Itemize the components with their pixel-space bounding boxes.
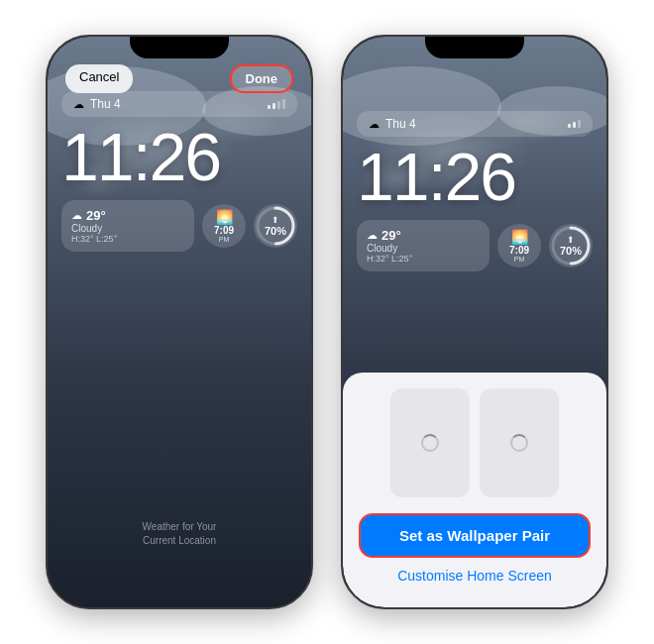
right-humidity-value: 70% bbox=[560, 245, 582, 257]
right-notch bbox=[425, 37, 524, 58]
signal-bars bbox=[268, 99, 285, 109]
weather-icon-small: ☁ bbox=[73, 98, 84, 111]
right-humidity-widget: ⬆ 70% bbox=[549, 224, 593, 268]
date-label: Thu 4 bbox=[90, 97, 121, 111]
sunset-time: 7:09 bbox=[214, 225, 234, 236]
set-wallpaper-button[interactable]: Set as Wallpaper Pair bbox=[359, 513, 591, 558]
right-temperature: 29° bbox=[382, 228, 401, 243]
right-date-pill: ☁ Thu 4 bbox=[357, 111, 593, 137]
wallpaper-previews bbox=[359, 388, 591, 497]
time-display: 11:26 bbox=[61, 123, 297, 190]
sunset-label: PM bbox=[219, 236, 230, 243]
top-bar: Cancel Done bbox=[48, 64, 311, 93]
right-signal-bars bbox=[568, 120, 581, 128]
left-phone: Cancel Done ☁ Thu 4 bbox=[46, 35, 313, 609]
right-phone-content: ☁ Thu 4 11:26 bbox=[343, 37, 606, 607]
humidity-widget: ⬆ 70% bbox=[254, 204, 297, 248]
right-status-icons bbox=[568, 120, 581, 128]
right-sunset-label: PM bbox=[514, 256, 525, 263]
cancel-button[interactable]: Cancel bbox=[65, 64, 133, 93]
lock-screen: ☁ Thu 4 11:26 bbox=[61, 91, 297, 252]
notch bbox=[130, 37, 229, 58]
right-weather-widget: ☁ 29° Cloudy H:32° L:25° bbox=[357, 220, 490, 271]
humidity-value: 70% bbox=[265, 225, 286, 237]
phones-container: Cancel Done ☁ Thu 4 bbox=[46, 35, 608, 609]
wallpaper-preview-1 bbox=[390, 388, 470, 497]
loading-spinner-1 bbox=[421, 434, 439, 452]
weather-high-low: H:32° L:25° bbox=[71, 234, 184, 244]
loading-spinner-2 bbox=[510, 434, 528, 452]
customise-home-link[interactable]: Customise Home Screen bbox=[359, 568, 591, 584]
done-button[interactable]: Done bbox=[230, 64, 294, 93]
right-weather-condition: Cloudy bbox=[367, 243, 480, 254]
wallpaper-preview-2 bbox=[480, 388, 559, 497]
right-widgets-row: ☁ 29° Cloudy H:32° L:25° 🌅 7:09 PM bbox=[357, 220, 593, 271]
widgets-row: ☁ 29° Cloudy H:32° L:25° 🌅 7:09 PM bbox=[61, 200, 297, 252]
right-weather-icon-small: ☁ bbox=[369, 118, 380, 131]
right-sunset-time: 7:09 bbox=[509, 245, 529, 256]
right-lock-screen: ☁ Thu 4 11:26 bbox=[357, 91, 593, 271]
date-pill: ☁ Thu 4 bbox=[61, 91, 297, 117]
weather-icon: ☁ bbox=[71, 209, 82, 222]
location-text: Weather for Your Current Location bbox=[48, 520, 311, 548]
weather-condition: Cloudy bbox=[71, 223, 184, 234]
left-phone-content: Cancel Done ☁ Thu 4 bbox=[48, 37, 311, 607]
status-icons bbox=[268, 99, 285, 109]
right-date-label: Thu 4 bbox=[385, 117, 416, 131]
weather-main: ☁ 29° bbox=[71, 208, 184, 223]
right-time-display: 11:26 bbox=[357, 143, 593, 210]
sunset-widget: 🌅 7:09 PM bbox=[202, 204, 246, 248]
right-weather-high-low: H:32° L:25° bbox=[367, 254, 480, 264]
right-weather-icon: ☁ bbox=[367, 229, 378, 242]
action-sheet: Set as Wallpaper Pair Customise Home Scr… bbox=[343, 373, 606, 607]
right-sunset-widget: 🌅 7:09 PM bbox=[497, 224, 541, 268]
right-weather-main: ☁ 29° bbox=[367, 228, 480, 243]
weather-widget: ☁ 29° Cloudy H:32° L:25° bbox=[61, 200, 194, 252]
temperature: 29° bbox=[86, 208, 106, 223]
right-phone: ☁ Thu 4 11:26 bbox=[341, 35, 608, 609]
